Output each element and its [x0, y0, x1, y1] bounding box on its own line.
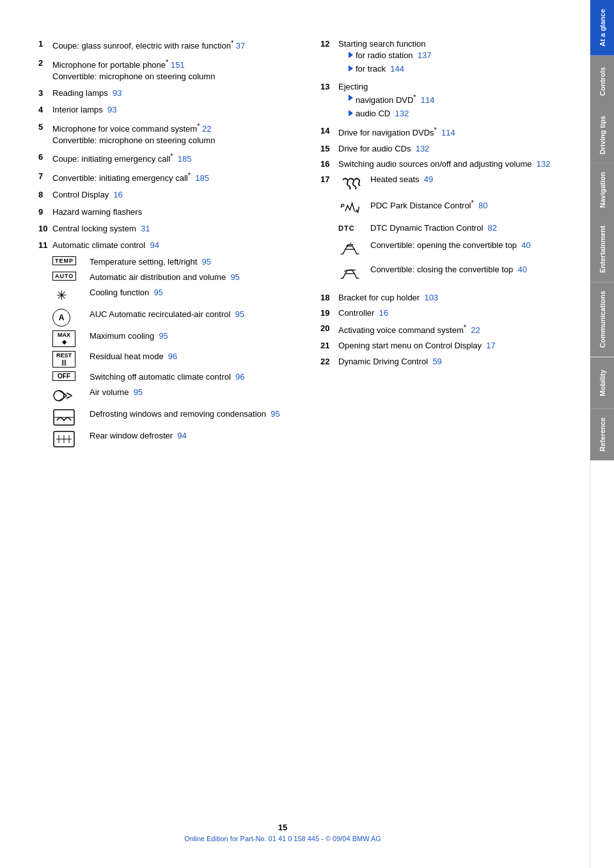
tab-driving-tips[interactable]: Driving tips [590, 107, 614, 164]
sub-text: audio CD 132 [356, 108, 409, 120]
page-link[interactable]: 94 [150, 240, 159, 250]
tab-controls[interactable]: Controls [590, 56, 614, 107]
list-item: 8 Control Display 16 [38, 189, 288, 201]
sub-item: for track 144 [349, 63, 571, 75]
climate-icon-airvolume [52, 387, 84, 405]
conv-open-svg [338, 241, 361, 259]
list-item: 9 Hazard warning flashers [38, 206, 288, 218]
list-item: 17 Heated seats 49 [320, 174, 571, 288]
item-text: Microphone for portable phone* 151Conver… [52, 58, 288, 83]
item-text: Hazard warning flashers [52, 206, 288, 218]
page-link[interactable]: 40 [518, 265, 527, 274]
page-link[interactable]: 31 [141, 224, 150, 233]
dtc-badge: DTC [338, 224, 355, 233]
list-item: 6 Coupe: initiating emergency call* 185 [38, 151, 288, 166]
climate-icon-defrost [52, 408, 84, 426]
item-text: Controller 16 [338, 307, 571, 319]
sub-item: audio CD 132 [349, 108, 571, 120]
tab-reference[interactable]: Reference [590, 408, 614, 460]
page-link[interactable]: 132 [416, 144, 430, 153]
page-link[interactable]: 95 [235, 309, 244, 319]
page-link[interactable]: 22 [471, 325, 480, 335]
list-item: 16 Switching audio sources on/off and ad… [320, 159, 571, 170]
left-column: 1 Coupe: glass sunroof, electric with ra… [38, 38, 295, 452]
page-link[interactable]: 95 [134, 387, 143, 397]
list-item: 20 Activating voice command system* 22 [320, 323, 571, 337]
svg-text:✳: ✳ [56, 288, 67, 302]
item-number: 5 [38, 121, 52, 147]
page-link[interactable]: 93 [107, 105, 116, 114]
tab-mobility[interactable]: Mobility [590, 357, 614, 408]
page-link[interactable]: 17 [486, 341, 495, 350]
heated-seats-svg [338, 175, 361, 193]
list-item: 13 Ejecting navigation DVD* 114 audio CD… [320, 81, 571, 122]
sub-text: for radio station 137 [356, 50, 432, 61]
climate-text: Rear window defroster 94 [90, 430, 288, 442]
tab-entertainment[interactable]: Entertainment [590, 217, 614, 282]
item-text: Starting search function for radio stati… [338, 38, 571, 77]
max-badge: MAX◆ [52, 330, 75, 347]
climate-icon-off: OFF [52, 371, 84, 381]
page-link[interactable]: 40 [521, 240, 530, 250]
page-link[interactable]: 82 [488, 223, 497, 233]
page-link[interactable]: 185 [178, 155, 192, 164]
rear-defrost-icon [52, 430, 75, 448]
triangle-icon [349, 95, 353, 101]
climate-item: OFF Switching off automatic climate cont… [52, 371, 288, 383]
page-link[interactable]: 16 [113, 190, 122, 199]
page-link[interactable]: 59 [432, 357, 441, 366]
item-text: Reading lamps 93 [52, 88, 288, 99]
symbol-item: Convertible: opening the convertible top… [338, 240, 571, 259]
list-item: 10 Central locking system 31 [38, 223, 288, 235]
page-link[interactable]: 103 [424, 293, 438, 302]
page-link[interactable]: 95 [154, 288, 162, 297]
page-link[interactable]: 95 [159, 331, 168, 341]
page-link[interactable]: 37 [236, 41, 245, 50]
page-link[interactable]: 96 [235, 372, 244, 382]
page-link[interactable]: 132 [537, 159, 551, 169]
page-footer: 15 Online Edition for Part-No. 01 41 0 1… [0, 823, 565, 842]
triangle-icon [349, 65, 353, 72]
climate-item: Defrosting windows and removing condensa… [52, 408, 288, 426]
page-link[interactable]: 132 [395, 109, 409, 118]
item-number: 7 [38, 171, 52, 185]
list-item: 12 Starting search function for radio st… [320, 38, 571, 77]
climate-text: Switching off automatic climate control … [90, 371, 288, 383]
item-number: 17 [320, 174, 338, 288]
item-number: 22 [320, 356, 338, 368]
tab-at-glance[interactable]: At a glance [590, 0, 614, 56]
page-link[interactable]: 114 [441, 128, 455, 138]
climate-item: Rear window defroster 94 [52, 430, 288, 448]
symbol-item: Convertible: closing the convertible top… [338, 264, 571, 283]
page-link[interactable]: 185 [195, 173, 209, 183]
climate-text: Maximum cooling 95 [90, 330, 288, 342]
climate-item: MAX◆ Maximum cooling 95 [52, 330, 288, 347]
item-text: Interior lamps 93 [52, 104, 288, 116]
symbol-text: PDC Park Distance Control* 80 [370, 198, 571, 212]
page-link[interactable]: 95 [230, 272, 239, 282]
item-number: 3 [38, 88, 52, 99]
page-link[interactable]: 114 [421, 95, 435, 105]
list-item: 2 Microphone for portable phone* 151Conv… [38, 58, 288, 83]
dtc-icon: DTC [338, 222, 370, 233]
conv-close-svg [338, 265, 361, 283]
page-link[interactable]: 137 [418, 50, 432, 60]
triangle-icon [349, 52, 353, 58]
sub-text: for track 144 [356, 63, 404, 75]
page-link[interactable]: 151 [171, 60, 185, 70]
list-item: 18 Bracket for cup holder 103 [320, 292, 571, 304]
page-link[interactable]: 80 [478, 201, 487, 211]
page-link[interactable]: 96 [168, 352, 177, 361]
page-link[interactable]: 144 [390, 64, 404, 74]
page-link[interactable]: 16 [379, 308, 388, 318]
tab-navigation[interactable]: Navigation [590, 163, 614, 217]
page-link[interactable]: 95 [271, 409, 279, 419]
page-link[interactable]: 94 [177, 431, 186, 440]
climate-item: Air volume 95 [52, 387, 288, 405]
page-link[interactable]: 49 [424, 174, 433, 184]
page-link[interactable]: 22 [202, 124, 211, 134]
pdc-svg: P [338, 199, 361, 217]
page-link[interactable]: 93 [113, 88, 122, 98]
page-link[interactable]: 95 [202, 257, 211, 267]
tab-communications[interactable]: Communications [590, 282, 614, 357]
